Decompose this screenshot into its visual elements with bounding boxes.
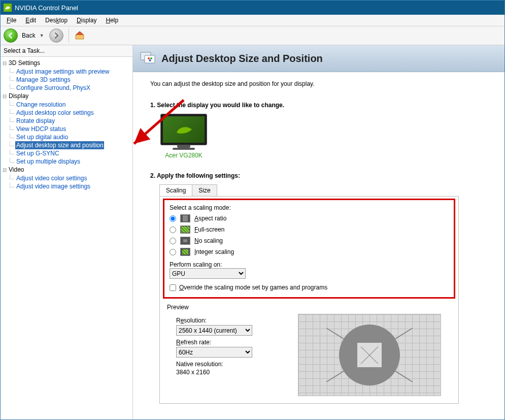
- navbar: Back ▼: [1, 26, 504, 45]
- perform-scaling-select[interactable]: GPU: [170, 268, 246, 279]
- arrow-left-icon: [7, 32, 14, 39]
- tree-item-video-color[interactable]: Adjust video color settings: [15, 174, 88, 182]
- override-label: Override the scaling mode set by games a…: [179, 284, 327, 291]
- tree-item-desktop-size-position[interactable]: Adjust desktop size and position: [15, 141, 104, 149]
- tree-cat-video[interactable]: Video: [3, 166, 24, 173]
- tab-scaling[interactable]: Scaling: [159, 184, 192, 196]
- body: Select a Task... 3D Settings Adjust imag…: [1, 45, 504, 419]
- nav-separator: [69, 28, 69, 43]
- radio-no-scaling[interactable]: No scaling: [170, 237, 449, 245]
- radio-integer-scaling-label: Integer scaling: [194, 248, 234, 255]
- tree-item-change-resolution[interactable]: Change resolution: [15, 101, 66, 109]
- tree-item-gsync[interactable]: Set up G-SYNC: [15, 149, 60, 157]
- menu-display[interactable]: Display: [73, 16, 100, 25]
- preview-image: [298, 314, 441, 396]
- tree-cat-display[interactable]: Display: [3, 92, 28, 100]
- step1-label: 1. Select the display you would like to …: [150, 102, 487, 109]
- menu-edit[interactable]: Edit: [21, 16, 40, 25]
- task-tree: 3D Settings Adjust image settings with p…: [1, 57, 132, 192]
- tree-item-image-settings[interactable]: Adjust image settings with preview: [15, 68, 110, 76]
- integer-scaling-icon: [180, 248, 190, 256]
- radio-full-screen[interactable]: Full-screen: [170, 225, 449, 234]
- step2-label: 2. Apply the following settings:: [150, 172, 487, 179]
- radio-full-screen-label: Full-screen: [194, 226, 224, 233]
- override-checkbox-row[interactable]: Override the scaling mode set by games a…: [170, 284, 449, 291]
- resolution-select[interactable]: 2560 x 1440 (current): [176, 325, 252, 336]
- scaling-mode-label: Select a scaling mode:: [170, 204, 449, 211]
- display-selector[interactable]: Acer VG280K: [160, 114, 207, 159]
- page-title: Adjust Desktop Size and Position: [161, 53, 323, 64]
- tree-item-surround[interactable]: Configure Surround, PhysX: [15, 84, 91, 92]
- page-header: Adjust Desktop Size and Position: [133, 45, 504, 72]
- tree-item-desktop-color[interactable]: Adjust desktop color settings: [15, 109, 95, 117]
- nvidia-icon: [4, 4, 12, 12]
- content: You can adjust the desktop size and posi…: [133, 72, 504, 419]
- radio-integer-scaling[interactable]: Integer scaling: [170, 248, 449, 256]
- perform-scaling-label: Perform scaling on:: [170, 261, 449, 268]
- monitor-icon: [160, 114, 207, 145]
- svg-point-4: [148, 57, 150, 59]
- radio-no-scaling-input[interactable]: [170, 238, 176, 244]
- preview-header: Preview: [167, 304, 451, 311]
- resolution-label: Resolution:: [176, 317, 267, 324]
- menu-file[interactable]: File: [3, 16, 20, 25]
- preview-controls: Resolution: 2560 x 1440 (current) Refres…: [176, 314, 267, 396]
- main: Adjust Desktop Size and Position You can…: [133, 45, 504, 419]
- display-settings-icon: [140, 50, 156, 67]
- tabs: Scaling Size: [159, 184, 487, 196]
- arrow-right-icon: [53, 32, 60, 39]
- highlight-box: Select a scaling mode: Aspect ratio Full…: [163, 199, 455, 299]
- refresh-rate-label: Refresh rate:: [176, 339, 267, 346]
- intro-text: You can adjust the desktop size and posi…: [150, 80, 487, 87]
- home-icon: [74, 29, 85, 41]
- radio-aspect-ratio-input[interactable]: [170, 215, 176, 222]
- back-history-dropdown[interactable]: ▼: [40, 33, 44, 38]
- override-checkbox[interactable]: [170, 284, 176, 291]
- scaling-panel: Select a scaling mode: Aspect ratio Full…: [159, 196, 459, 404]
- full-screen-icon: [180, 225, 190, 234]
- tree-item-digital-audio[interactable]: Set up digital audio: [15, 133, 69, 141]
- svg-rect-3: [145, 55, 155, 63]
- no-scaling-icon: [180, 237, 190, 245]
- radio-full-screen-input[interactable]: [170, 227, 176, 233]
- app-window: NVIDIA Control Panel File Edit Desktop D…: [0, 0, 505, 420]
- preview-area: Resolution: 2560 x 1440 (current) Refres…: [176, 314, 451, 396]
- menu-help[interactable]: Help: [102, 16, 122, 25]
- tree-item-video-image[interactable]: Adjust video image settings: [15, 182, 91, 190]
- back-label: Back: [22, 32, 36, 39]
- refresh-rate-select[interactable]: 60Hz: [176, 347, 252, 358]
- forward-button[interactable]: [49, 28, 63, 43]
- nvidia-logo-icon: [174, 124, 194, 135]
- tab-size[interactable]: Size: [192, 184, 217, 196]
- radio-aspect-ratio-label: Aspect ratio: [194, 215, 226, 222]
- aspect-ratio-icon: [180, 214, 190, 222]
- menubar: File Edit Desktop Display Help: [1, 15, 504, 26]
- radio-aspect-ratio[interactable]: Aspect ratio: [170, 214, 449, 222]
- titlebar: NVIDIA Control Panel: [1, 1, 504, 15]
- tree-item-manage-3d[interactable]: Manage 3D settings: [15, 76, 72, 84]
- window-title: NVIDIA Control Panel: [15, 4, 78, 12]
- radio-no-scaling-label: No scaling: [194, 237, 223, 244]
- sidebar-header: Select a Task...: [1, 45, 132, 57]
- home-button[interactable]: [74, 29, 85, 42]
- tree-cat-3d[interactable]: 3D Settings: [3, 59, 40, 67]
- monitor-label: Acer VG280K: [160, 152, 207, 159]
- native-res-label: Native resolution:: [176, 361, 267, 368]
- radio-integer-scaling-input[interactable]: [170, 249, 176, 255]
- tree-item-multiple-displays[interactable]: Set up multiple displays: [15, 157, 81, 166]
- tree-item-rotate[interactable]: Rotate display: [15, 117, 56, 125]
- tree-item-hdcp[interactable]: View HDCP status: [15, 125, 67, 133]
- back-button[interactable]: [4, 28, 18, 43]
- native-res-value: 3840 x 2160: [176, 369, 210, 376]
- svg-point-5: [150, 57, 152, 59]
- sidebar: Select a Task... 3D Settings Adjust imag…: [1, 45, 133, 419]
- menu-desktop[interactable]: Desktop: [41, 16, 72, 25]
- svg-point-6: [149, 59, 151, 61]
